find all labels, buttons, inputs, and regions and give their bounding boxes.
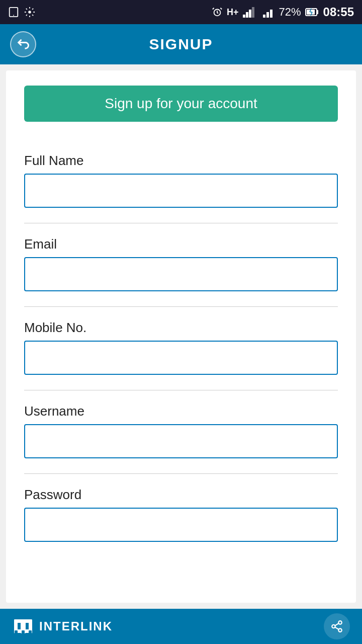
status-bar: H+ 72% 08:55 [0, 0, 362, 24]
divider-1 [24, 223, 338, 223]
svg-rect-9 [266, 12, 269, 18]
email-group: Email [24, 236, 338, 291]
password-group: Password [24, 487, 338, 542]
svg-rect-4 [243, 15, 245, 18]
divider-2 [24, 306, 338, 307]
top-navigation-bar: SIGNUP [0, 24, 362, 64]
battery-text: 72% [279, 6, 301, 19]
tablet-icon [8, 7, 19, 18]
svg-rect-12 [317, 10, 318, 14]
mobile-label: Mobile No. [24, 320, 338, 336]
password-label: Password [24, 487, 338, 503]
svg-rect-5 [246, 12, 248, 18]
wifi-icon [261, 7, 275, 18]
svg-rect-23 [15, 630, 18, 634]
signup-form-container: Sign up for your account Full Name Email… [6, 70, 356, 603]
password-input[interactable] [24, 508, 338, 542]
email-input[interactable] [24, 257, 338, 291]
mobile-input[interactable] [24, 341, 338, 375]
signup-button[interactable]: Sign up for your account [24, 86, 338, 122]
full-name-group: Full Name [24, 153, 338, 208]
settings-icon [24, 7, 35, 18]
brand-icon [12, 615, 34, 637]
svg-rect-24 [22, 630, 25, 634]
full-name-label: Full Name [24, 153, 338, 169]
network-icon: H+ [227, 7, 239, 18]
alarm-icon [212, 7, 223, 18]
divider-4 [24, 473, 338, 474]
share-button[interactable] [324, 613, 350, 639]
signal-icon [243, 7, 257, 18]
email-label: Email [24, 236, 338, 252]
mobile-group: Mobile No. [24, 320, 338, 375]
svg-point-1 [13, 15, 14, 16]
battery-icon [305, 7, 319, 18]
share-icon [330, 620, 343, 633]
bottom-bar: INTERLINK [0, 609, 362, 644]
svg-rect-8 [263, 15, 265, 18]
username-input[interactable] [24, 424, 338, 458]
svg-rect-6 [249, 10, 251, 18]
svg-rect-7 [252, 7, 254, 18]
svg-point-2 [28, 11, 31, 14]
svg-line-30 [335, 623, 338, 625]
divider-3 [24, 390, 338, 390]
status-left-icons [8, 7, 35, 18]
brand-logo: INTERLINK [12, 615, 113, 637]
svg-rect-10 [270, 10, 273, 18]
svg-line-29 [335, 627, 338, 629]
status-right-icons: H+ 72% 08:55 [212, 5, 354, 19]
back-button[interactable] [10, 31, 36, 57]
time-display: 08:55 [323, 5, 354, 19]
full-name-input[interactable] [24, 174, 338, 208]
page-title: SIGNUP [36, 36, 326, 53]
brand-name: INTERLINK [39, 619, 113, 633]
username-group: Username [24, 404, 338, 458]
svg-rect-25 [29, 630, 32, 634]
username-label: Username [24, 404, 338, 419]
